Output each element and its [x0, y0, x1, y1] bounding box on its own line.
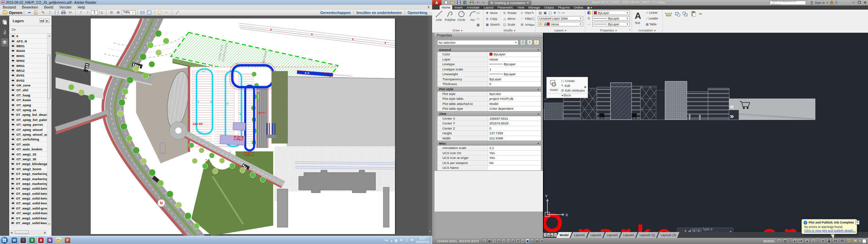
- modify-tool-copy[interactable]: ⧉Copy: [485, 17, 501, 21]
- layer-visibility-icon[interactable]: [11, 143, 15, 146]
- page-down-icon[interactable]: ⬇: [85, 10, 90, 15]
- layer-visibility-icon[interactable]: [11, 49, 15, 53]
- layer-options-icon[interactable]: ☰▾: [11, 28, 16, 31]
- layer-visibility-icon[interactable]: [11, 108, 15, 112]
- ribbon-extra-icon[interactable]: ▣ ▾: [585, 6, 594, 10]
- layer-visibility-icon[interactable]: [11, 113, 15, 117]
- layer-visibility-icon[interactable]: [11, 83, 15, 87]
- cad-search-input[interactable]: Type a keyword or phrase: [770, 1, 806, 5]
- cad-canvas[interactable]: « »: [543, 33, 868, 232]
- expand-panel-icon[interactable]: ▶: [45, 18, 49, 23]
- balloon-link[interactable]: Click to view plot and publish details..…: [802, 229, 857, 232]
- zoom-out-icon[interactable]: ⊝: [109, 10, 114, 15]
- layer-visibility-icon[interactable]: [11, 196, 15, 200]
- toggle-pickadd-icon[interactable]: ⨁: [520, 40, 526, 45]
- taskbar-word[interactable]: W: [10, 236, 18, 244]
- status-toggle-8[interactable]: +: [520, 239, 525, 243]
- prop-row[interactable]: UCS per viewportNo: [437, 161, 541, 166]
- clean-screen-button[interactable]: [862, 239, 866, 243]
- layer-visibility-icon[interactable]: [11, 118, 15, 122]
- leader-tool[interactable]: ⟋ Leader: [646, 17, 658, 21]
- layer-visibility-icon[interactable]: [11, 192, 15, 195]
- status-toggle-9[interactable]: ▣: [525, 239, 530, 243]
- layer-visibility-icon[interactable]: [11, 216, 15, 220]
- matchprops-icon[interactable]: ✎: [531, 11, 534, 15]
- workspace-switcher[interactable]: ⚙Drafting & Annotation▼: [488, 1, 531, 5]
- collapse-panel-icon[interactable]: ◀◀: [40, 18, 44, 23]
- layer-row[interactable]: BG04: [9, 49, 47, 53]
- layer-freeze-icon[interactable]: ❄: [553, 11, 556, 15]
- ribbon-tab-insert[interactable]: Insert: [452, 5, 465, 10]
- prop-row[interactable]: Plot style tableproject HAVP.ctb: [437, 96, 541, 101]
- layer-iso-icon[interactable]: ▢: [548, 11, 551, 15]
- layer-lock-icon[interactable]: □: [558, 11, 560, 15]
- taskbar-powerpoint[interactable]: P: [63, 236, 72, 244]
- plot-preview-icon[interactable]: [839, 239, 845, 243]
- zoom-level-select[interactable]: 74%▼: [122, 10, 135, 15]
- layer-visibility-icon[interactable]: [11, 103, 15, 107]
- prop-row[interactable]: Plot styleByColor: [437, 92, 541, 97]
- pdf-pane-button-2[interactable]: Opmerking: [408, 11, 427, 15]
- layout-tab-layout1[interactable]: Layout1: [571, 232, 588, 238]
- layer-match-icon[interactable]: ▭: [562, 11, 565, 15]
- annotation-scale-button[interactable]: ▲ 1:1 ▼: [792, 239, 804, 243]
- prop-row[interactable]: ColorByLayer: [437, 52, 541, 57]
- status-toggle-7[interactable]: ⤊: [516, 239, 520, 243]
- layer-row[interactable]: OT_weg2_markering_a: [9, 181, 47, 186]
- cad-signin[interactable]: Sign In▼?: [810, 1, 838, 4]
- layer-row[interactable]: BR01: [9, 63, 47, 68]
- status-toggle-2[interactable]: └: [492, 239, 496, 243]
- qat-saveas-icon[interactable]: [463, 0, 467, 5]
- pdf-pane-button-0[interactable]: Gereedschappen: [320, 11, 351, 15]
- layer-row[interactable]: OT_spwg_as: [9, 108, 47, 112]
- status-toggle-6[interactable]: ∠: [511, 239, 515, 243]
- layer-row[interactable]: OT_weg2_solid-kws: [9, 211, 47, 216]
- status-toggle-1[interactable]: ▦: [487, 239, 491, 243]
- layer-row[interactable]: OT_spwg_perron: [9, 122, 47, 127]
- layer-row[interactable]: BV02: [9, 78, 47, 83]
- layer-row[interactable]: OT_weg2_solid-beton_: [9, 196, 47, 201]
- linetype-select[interactable]: ByLayer▼: [592, 22, 630, 26]
- linear-dim-tool[interactable]: ⊹ Linear: [646, 11, 658, 14]
- status-toggle-4[interactable]: ○: [501, 239, 506, 243]
- layer-row[interactable]: OT_weg2_solid-beton_: [9, 186, 47, 191]
- layer-row[interactable]: BH02: [9, 58, 47, 63]
- layer-visibility-icon[interactable]: [11, 182, 15, 186]
- layout-icon[interactable]: ▧: [783, 239, 788, 243]
- taskbar-explorer[interactable]: [55, 236, 63, 244]
- prop-section-misc[interactable]: Misc▴: [437, 141, 541, 146]
- prop-section-view[interactable]: View▴: [437, 111, 541, 116]
- layer-row[interactable]: OT_weg2_solid-boom: [9, 201, 47, 206]
- modify-tool-stretch[interactable]: ▦Stretch: [485, 23, 501, 26]
- selection-type-select[interactable]: No selection▼: [437, 40, 518, 45]
- layer-visibility-icon[interactable]: [11, 123, 15, 126]
- ribbon-tab-view[interactable]: View: [515, 5, 526, 10]
- layer-row[interactable]: OT_weg2_boom: [9, 167, 47, 172]
- layer-row[interactable]: OT_weg2_solid-groen: [9, 206, 47, 211]
- layer-row[interactable]: OT_spwg_wissel: [9, 127, 47, 132]
- save-copy-icon[interactable]: ➦: [27, 10, 32, 15]
- restore-icon[interactable]: ❐: [858, 1, 861, 4]
- tray-flag-icon[interactable]: ⚑: [400, 239, 403, 242]
- layer-visibility-icon[interactable]: [11, 211, 15, 215]
- fit-width-icon[interactable]: [140, 10, 145, 15]
- insert-block-button[interactable]: Insert: [548, 79, 560, 92]
- save-icon[interactable]: [54, 10, 59, 15]
- prop-row[interactable]: UCS icon OnYes: [437, 151, 541, 156]
- measure-icon[interactable]: [665, 12, 672, 17]
- layout-tab-model[interactable]: Model: [556, 232, 572, 238]
- prop-row[interactable]: UCS icon at originYes: [437, 155, 541, 161]
- page-up-icon[interactable]: ⬆: [78, 10, 84, 15]
- text-tool[interactable]: A: [635, 11, 641, 20]
- taskbar-onenote[interactable]: N: [46, 236, 54, 244]
- modify-tool-mirror[interactable]: △Mirror: [503, 17, 519, 21]
- modify-tool-move[interactable]: ✥Move: [485, 11, 501, 15]
- ribbon-tab-parametric[interactable]: Parametric: [496, 5, 515, 10]
- status-toggle-0[interactable]: ⡆: [482, 239, 487, 243]
- layer-visibility-icon[interactable]: [11, 221, 15, 225]
- status-toggle-12[interactable]: ⊕: [540, 239, 544, 243]
- annotation-auto-icon[interactable]: △: [811, 239, 816, 243]
- tab-prev-icon[interactable]: ◀: [547, 233, 550, 237]
- sign-icon[interactable]: ✎: [40, 10, 46, 15]
- workspace-gear-icon[interactable]: ⚙: [820, 239, 825, 243]
